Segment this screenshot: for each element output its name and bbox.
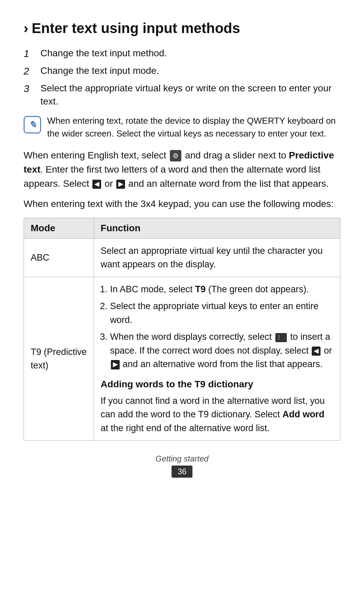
- footer-page: 36: [172, 466, 193, 478]
- t9-step1-after: (The green dot appears).: [206, 284, 309, 294]
- para1-or: or: [104, 178, 116, 189]
- step-number-2: 2: [24, 64, 40, 78]
- t9-step2-text: Select the appropriate virtual keys to e…: [110, 301, 318, 325]
- left-arrow-icon: ◀: [92, 180, 101, 189]
- step-list: 1 Change the text input method. 2 Change…: [24, 47, 340, 108]
- para1-after-gear: and drag a slider next to: [185, 150, 289, 160]
- step-number-3: 3: [24, 82, 40, 96]
- step-1: 1 Change the text input method.: [24, 47, 340, 61]
- page-title: › Enter text using input methods: [24, 20, 340, 36]
- adding-after: at the right end of the alternative word…: [101, 423, 270, 433]
- para1-after-arrows: and an alternate word from the list that…: [128, 178, 329, 189]
- step-3: 3 Select the appropriate virtual keys or…: [24, 82, 340, 108]
- step-text-1: Change the text input method.: [40, 47, 167, 60]
- spacebar-icon: ⎸: [275, 333, 287, 342]
- mode-table: Mode Function ABC Select an appropriate …: [24, 218, 340, 441]
- header-mode: Mode: [24, 218, 94, 238]
- title-label: Enter text using input methods: [32, 20, 240, 36]
- footer-section: Getting started: [24, 454, 340, 464]
- header-function: Function: [94, 218, 340, 238]
- step-text-2: Change the text input mode.: [40, 64, 159, 77]
- para1-before-gear: When entering English text, select: [24, 150, 169, 160]
- gear-icon: ⚙: [170, 150, 181, 161]
- table-row: ABC Select an appropriate virtual key un…: [24, 238, 340, 277]
- t9-step3-and: and an alternative word from the list th…: [123, 359, 323, 369]
- table-header-row: Mode Function: [24, 218, 340, 238]
- note-icon: ✎: [24, 116, 41, 133]
- right-arrow-icon-2: ▶: [111, 360, 120, 369]
- note-box: ✎ When entering text, rotate the device …: [24, 115, 340, 140]
- t9-step-1: In ABC mode, select T9 (The green dot ap…: [110, 282, 333, 296]
- t9-step-2: Select the appropriate virtual keys to e…: [110, 299, 333, 327]
- chevron-icon: ›: [24, 20, 28, 36]
- function-abc: Select an appropriate virtual key until …: [94, 238, 340, 277]
- step-text-3: Select the appropriate virtual keys or w…: [40, 82, 340, 108]
- paragraph-3x4: When entering text with the 3x4 keypad, …: [24, 197, 340, 211]
- adding-section: Adding words to the T9 dictionary If you…: [101, 377, 333, 435]
- add-word-bold: Add word: [282, 409, 324, 419]
- function-t9: In ABC mode, select T9 (The green dot ap…: [94, 277, 340, 441]
- right-arrow-icon: ▶: [116, 180, 125, 189]
- t9-bold: T9: [195, 284, 206, 294]
- table-row: T9 (Predictivetext) In ABC mode, select …: [24, 277, 340, 441]
- t9-step3-or: or: [324, 346, 332, 356]
- note-text: When entering text, rotate the device to…: [47, 115, 340, 140]
- footer: Getting started 36: [24, 454, 340, 478]
- adding-title: Adding words to the T9 dictionary: [101, 377, 333, 391]
- t9-step3-before: When the word displays correctly, select: [110, 332, 274, 342]
- paragraph-predictive-text: When entering English text, select ⚙ and…: [24, 148, 340, 191]
- mode-t9: T9 (Predictivetext): [24, 277, 94, 441]
- t9-step1-before: In ABC mode, select: [110, 284, 195, 294]
- step-number-1: 1: [24, 47, 40, 61]
- t9-step-3: When the word displays correctly, select…: [110, 330, 333, 371]
- t9-function-list: In ABC mode, select T9 (The green dot ap…: [101, 282, 333, 371]
- left-arrow-icon-2: ◀: [312, 347, 321, 356]
- step-2: 2 Change the text input mode.: [24, 64, 340, 78]
- mode-abc: ABC: [24, 238, 94, 277]
- adding-text: If you cannot find a word in the alterna…: [101, 394, 333, 435]
